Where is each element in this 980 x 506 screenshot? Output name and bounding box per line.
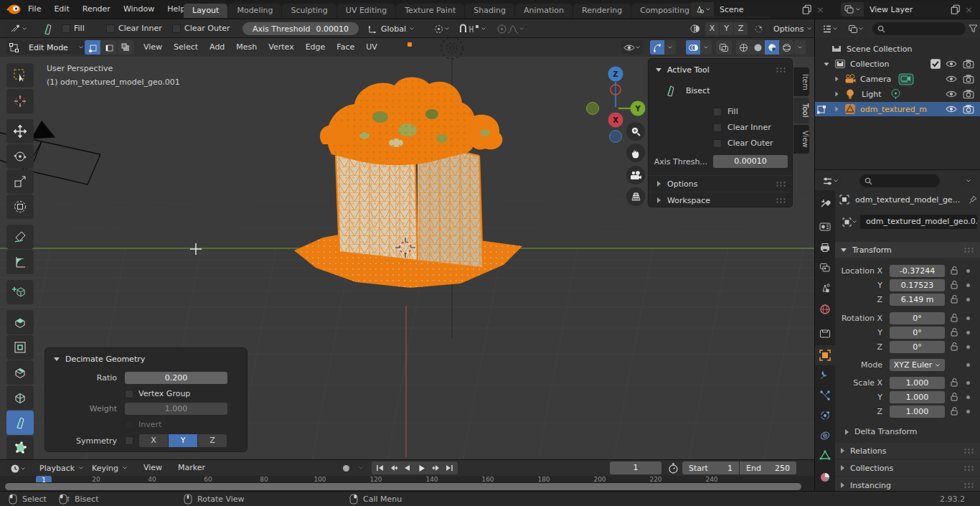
snap-base-button[interactable] bbox=[751, 22, 765, 35]
tool-loop-cut[interactable] bbox=[6, 385, 34, 410]
object-name-field[interactable]: odm_textured_model_geo.0... bbox=[860, 215, 977, 229]
zoom-button[interactable] bbox=[626, 122, 645, 141]
toggle-perspective-button[interactable] bbox=[626, 187, 645, 206]
render-visibility-icon[interactable] bbox=[963, 88, 974, 100]
animate-dot[interactable] bbox=[966, 269, 970, 273]
shading-dropdown[interactable] bbox=[794, 40, 806, 55]
sidebar-tab-view[interactable]: View bbox=[793, 125, 809, 154]
prev-keyframe-button[interactable] bbox=[387, 462, 400, 474]
object-data-icon-button[interactable] bbox=[839, 215, 860, 229]
lock-icon[interactable] bbox=[950, 378, 958, 388]
viewport-3d[interactable]: Edit Mode View Select Add Mesh Vertex Ed… bbox=[0, 37, 814, 459]
viewport-menu-add[interactable]: Add bbox=[204, 38, 230, 57]
mode-dropdown[interactable]: Edit Mode bbox=[6, 40, 88, 55]
workspace-tab-animation[interactable]: Animation bbox=[515, 4, 573, 18]
select-mode-edge-button[interactable] bbox=[101, 40, 117, 55]
tab-material-icon[interactable] bbox=[819, 472, 831, 483]
animate-dot[interactable] bbox=[966, 363, 970, 367]
properties-options-button[interactable] bbox=[961, 174, 976, 187]
panel-grip-icon[interactable] bbox=[776, 197, 786, 204]
render-visibility-icon[interactable] bbox=[963, 103, 974, 115]
outliner-display-mode-button[interactable] bbox=[819, 22, 842, 36]
outliner-search-input[interactable] bbox=[872, 22, 966, 35]
invert-checkbox[interactable] bbox=[125, 421, 133, 429]
breadcrumb-object-name[interactable]: odm_textured_model_ge... bbox=[855, 195, 969, 205]
tool-rotate[interactable] bbox=[6, 144, 34, 169]
use-preview-range-icon[interactable] bbox=[668, 463, 679, 474]
render-visibility-icon[interactable] bbox=[963, 58, 974, 70]
new-view-layer-icon[interactable] bbox=[950, 4, 961, 15]
animate-dot[interactable] bbox=[966, 345, 970, 349]
workspace-section-label[interactable]: Workspace bbox=[667, 196, 776, 205]
play-button[interactable] bbox=[414, 462, 429, 474]
expand-icon[interactable] bbox=[657, 197, 661, 203]
viewport-menu-vertex[interactable]: Vertex bbox=[263, 38, 299, 57]
symmetry-x-button[interactable]: X bbox=[139, 434, 168, 447]
lock-icon[interactable] bbox=[950, 342, 958, 352]
vertex-group-checkbox[interactable] bbox=[125, 390, 133, 398]
jump-to-end-button[interactable] bbox=[443, 462, 456, 474]
keying-menu[interactable]: Keying bbox=[92, 460, 128, 476]
tool-annotate[interactable] bbox=[6, 225, 34, 249]
menu-render[interactable]: Render bbox=[76, 0, 117, 19]
playback-menu[interactable]: Playback bbox=[39, 460, 84, 476]
view-layer-icon[interactable] bbox=[841, 2, 864, 17]
delta-transform-section[interactable]: Delta Transform bbox=[845, 427, 918, 436]
timeline-editor-type-button[interactable] bbox=[4, 462, 32, 475]
blender-logo-icon[interactable] bbox=[6, 4, 22, 15]
lock-icon[interactable] bbox=[950, 266, 958, 276]
viewport-menu-edge[interactable]: Edge bbox=[300, 38, 331, 57]
tool-scale[interactable] bbox=[6, 169, 34, 194]
outliner-row-collection[interactable]: Collection bbox=[815, 57, 980, 71]
tool-select-box[interactable] bbox=[6, 63, 34, 88]
workspace-tab-compositing[interactable]: Compositing bbox=[631, 4, 698, 18]
panel-fill-checkbox[interactable] bbox=[713, 108, 722, 116]
select-mode-vertex-button[interactable] bbox=[85, 40, 100, 55]
gizmos-dropdown[interactable] bbox=[650, 40, 676, 55]
panel-grip-icon[interactable] bbox=[963, 247, 974, 253]
auto-key-button[interactable] bbox=[337, 462, 354, 474]
remove-view-layer-icon[interactable]: × bbox=[961, 4, 976, 15]
disclosure-icon[interactable] bbox=[824, 62, 829, 65]
pivot-point-dropdown[interactable] bbox=[433, 22, 450, 35]
shading-material-button[interactable] bbox=[765, 40, 779, 55]
current-frame-field[interactable]: 1 bbox=[610, 462, 661, 474]
timeline-view-menu[interactable]: View bbox=[143, 463, 162, 472]
next-keyframe-button[interactable] bbox=[429, 462, 443, 474]
menu-file[interactable]: File bbox=[22, 0, 47, 19]
expand-icon[interactable] bbox=[657, 181, 661, 187]
tool-bisect[interactable] bbox=[6, 411, 34, 435]
symmetry-z-button[interactable]: Z bbox=[198, 434, 227, 447]
panel-clear-inner-checkbox[interactable] bbox=[713, 123, 722, 132]
collapse-icon[interactable] bbox=[656, 68, 661, 72]
lock-icon[interactable] bbox=[950, 313, 958, 323]
snap-dropdown[interactable] bbox=[458, 22, 486, 35]
viewport-menu-select[interactable]: Select bbox=[168, 38, 204, 57]
workspace-tab-sculpting[interactable]: Sculpting bbox=[282, 4, 336, 18]
checkbox-checked-icon[interactable] bbox=[930, 58, 941, 70]
loc-z-field[interactable]: 6.149 m bbox=[890, 294, 945, 306]
lock-icon[interactable] bbox=[950, 392, 958, 402]
lock-icon[interactable] bbox=[950, 406, 958, 416]
light-origin-dot[interactable] bbox=[407, 42, 412, 47]
overlays-dropdown[interactable] bbox=[686, 40, 712, 55]
outliner-row-camera[interactable]: Camera bbox=[815, 72, 980, 86]
play-reverse-button[interactable] bbox=[400, 462, 414, 474]
scale-x-field[interactable]: 1.000 bbox=[890, 377, 945, 389]
tool-measure[interactable] bbox=[6, 250, 34, 274]
xray-toggle-button[interactable] bbox=[716, 40, 732, 55]
rotation-mode-dropdown[interactable]: XYZ Euler bbox=[890, 359, 945, 371]
tool-add-cube[interactable] bbox=[6, 280, 34, 304]
disclosure-icon[interactable] bbox=[835, 107, 838, 112]
properties-editor-type-button[interactable] bbox=[818, 174, 842, 188]
eye-icon[interactable] bbox=[946, 73, 957, 85]
viewport-menu-face[interactable]: Face bbox=[331, 38, 360, 57]
tab-constraints-icon[interactable] bbox=[819, 430, 831, 441]
lock-icon[interactable] bbox=[950, 327, 958, 337]
frame-end-field[interactable]: End 250 bbox=[740, 462, 796, 474]
shading-solid-button[interactable] bbox=[750, 40, 765, 55]
symmetry-y-button[interactable]: Y bbox=[169, 434, 197, 447]
menu-window[interactable]: Window bbox=[117, 0, 161, 19]
animate-dot[interactable] bbox=[966, 395, 970, 399]
camera-data-badge[interactable] bbox=[898, 73, 914, 85]
